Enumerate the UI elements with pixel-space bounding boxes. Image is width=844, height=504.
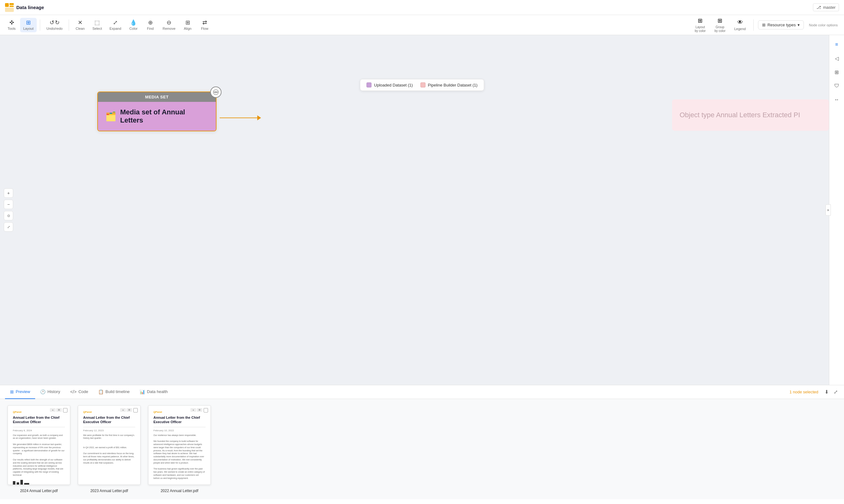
undo-redo-icon: ↺↻ bbox=[50, 20, 59, 25]
undo-redo-group: ↺↻ Undo/redo bbox=[43, 18, 66, 32]
sidebar-list-icon[interactable]: ≡ bbox=[831, 39, 842, 50]
doc-checkbox-1[interactable] bbox=[63, 408, 67, 413]
color-label: Color bbox=[129, 26, 137, 31]
svg-rect-0 bbox=[5, 3, 9, 7]
align-label: Align bbox=[184, 26, 191, 31]
find-button[interactable]: ⊕ Find bbox=[142, 18, 158, 32]
layout-by-color-button[interactable]: ⊞ Layoutby color bbox=[691, 15, 709, 35]
tab-history-label: History bbox=[47, 389, 60, 394]
svg-point-8 bbox=[217, 91, 218, 93]
tab-actions: 1 node selected ⬇ ⤢ bbox=[789, 388, 839, 396]
tab-data-health[interactable]: 📊 Data health bbox=[135, 385, 173, 399]
node-body-text: Media set of Annual Letters bbox=[120, 108, 208, 124]
expand-icon: ⤢ bbox=[113, 20, 118, 25]
doc-actions-2: ≡ ⊞ bbox=[120, 408, 132, 412]
doc-checkbox-2[interactable] bbox=[133, 408, 138, 413]
expand-tab-button[interactable]: ⤢ bbox=[832, 388, 839, 396]
expand-button[interactable]: ⤢ Expand bbox=[106, 18, 124, 32]
node-body-icon: 🗂️ bbox=[105, 111, 116, 122]
svg-rect-1 bbox=[10, 3, 14, 5]
node-header: MEDIA SET bbox=[98, 92, 216, 102]
node-connector-icon[interactable] bbox=[210, 87, 222, 98]
tab-history[interactable]: 🕐 History bbox=[35, 385, 65, 399]
preview-card-2[interactable]: ≡ ⊞ QPanei Annual Letter from the Chief … bbox=[78, 405, 141, 493]
doc-checkbox-3[interactable] bbox=[204, 408, 208, 413]
preview-name-1: 2024 Annual Letter.pdf bbox=[20, 489, 58, 493]
zoom-in-button[interactable]: + bbox=[4, 188, 13, 198]
sidebar-shield-icon[interactable]: 🛡 bbox=[831, 80, 842, 91]
flow-button[interactable]: ⇄ Flow bbox=[197, 18, 212, 32]
tab-code-icon: </> bbox=[70, 389, 76, 394]
doc-action-more[interactable]: ⊞ bbox=[56, 408, 62, 412]
resource-types-button[interactable]: ⊞ Resource types ▾ bbox=[758, 20, 804, 30]
legend-button[interactable]: 👁 Legend bbox=[731, 17, 749, 33]
branch-icon: ⎇ bbox=[816, 5, 821, 10]
legend-item-pipeline: Pipeline Builder Dataset (1) bbox=[420, 83, 478, 87]
sidebar-collapse-button[interactable]: » bbox=[826, 204, 831, 216]
doc-action-select-2[interactable]: ≡ bbox=[120, 408, 126, 412]
tools-label: Tools bbox=[7, 26, 16, 31]
layout-label: Layout bbox=[23, 26, 34, 31]
doc-action-select[interactable]: ≡ bbox=[50, 408, 55, 412]
select-label: Select bbox=[92, 26, 102, 31]
node-color-options-label: Node color options bbox=[806, 23, 840, 27]
clean-icon: ✕ bbox=[78, 20, 83, 25]
svg-rect-3 bbox=[5, 7, 14, 12]
clean-button[interactable]: ✕ Clean bbox=[72, 18, 88, 32]
fit-button[interactable]: ⤢ bbox=[4, 222, 13, 232]
tab-build-timeline[interactable]: 📋 Build timeline bbox=[93, 385, 135, 399]
zoom-out-button[interactable]: − bbox=[4, 200, 13, 209]
node-body: 🗂️ Media set of Annual Letters bbox=[98, 102, 216, 131]
sidebar-back-icon[interactable]: ◁ bbox=[831, 53, 842, 64]
select-button[interactable]: ⬚ Select bbox=[89, 18, 105, 32]
undo-redo-button[interactable]: ↺↻ Undo/redo bbox=[43, 18, 66, 32]
doc-date-1: February 8, 2024 bbox=[13, 429, 65, 432]
tab-code[interactable]: </> Code bbox=[65, 385, 93, 399]
doc-actions-3: ≡ ⊞ bbox=[190, 408, 202, 412]
group-by-color-label: Groupby color bbox=[714, 25, 725, 33]
tab-preview[interactable]: ⊞ Preview bbox=[5, 385, 35, 399]
bottom-panel: ⊞ Preview 🕐 History </> Code 📋 Build tim… bbox=[0, 385, 844, 504]
collapse-tab-button[interactable]: ⬇ bbox=[823, 388, 830, 396]
tab-preview-label: Preview bbox=[16, 389, 30, 394]
preview-card-1[interactable]: ≡ ⊞ QPanei Annual Letter from the Chief … bbox=[7, 405, 70, 493]
group-by-color-icon: ⊞ bbox=[718, 17, 722, 24]
layout-button[interactable]: ⊞ Layout bbox=[20, 18, 37, 32]
legend-icon: 👁 bbox=[737, 19, 743, 26]
right-node[interactable]: Object type Annual Letters Extracted PI bbox=[672, 100, 829, 131]
tools-button[interactable]: ✜ Tools bbox=[4, 18, 19, 32]
app-logo: Data lineage bbox=[5, 3, 44, 12]
doc-chart-1 bbox=[13, 479, 65, 485]
branch-selector[interactable]: ⎇ master bbox=[813, 3, 839, 11]
align-button[interactable]: ⊞ Align bbox=[180, 18, 195, 32]
canvas-area: Uploaded Dataset (1) Pipeline Builder Da… bbox=[0, 35, 844, 385]
align-icon: ⊞ bbox=[186, 20, 190, 25]
media-set-node[interactable]: MEDIA SET 🗂️ Media set of Annual Letters bbox=[97, 91, 217, 131]
remove-button[interactable]: ⊖ Remove bbox=[159, 18, 178, 32]
doc-divider-2 bbox=[83, 427, 135, 427]
preview-card-3[interactable]: ≡ ⊞ QPanei Annual Letter from the Chief … bbox=[148, 405, 211, 493]
color-button[interactable]: 💧 Color bbox=[125, 18, 141, 32]
canvas-arrow bbox=[220, 115, 261, 120]
bottom-tabs: ⊞ Preview 🕐 History </> Code 📋 Build tim… bbox=[0, 385, 844, 399]
node-card: MEDIA SET 🗂️ Media set of Annual Letters bbox=[97, 91, 217, 131]
divider-3 bbox=[753, 19, 754, 31]
doc-title-2: Annual Letter from the Chief Executive O… bbox=[83, 415, 135, 425]
doc-body-2: We were profitable for the first time in… bbox=[83, 434, 135, 465]
doc-action-more-3[interactable]: ⊞ bbox=[197, 408, 202, 412]
zoom-reset-button[interactable]: ⊙ bbox=[4, 211, 13, 220]
legend-bar: Uploaded Dataset (1) Pipeline Builder Da… bbox=[360, 79, 484, 91]
doc-action-select-3[interactable]: ≡ bbox=[190, 408, 196, 412]
group-by-color-button[interactable]: ⊞ Groupby color bbox=[711, 15, 728, 35]
flow-icon: ⇄ bbox=[202, 20, 207, 25]
svg-rect-2 bbox=[10, 6, 14, 7]
app-title: Data lineage bbox=[16, 5, 44, 10]
doc-date-2: February 12, 2023 bbox=[83, 429, 135, 432]
sidebar-calendar-icon[interactable]: ⊞ bbox=[831, 67, 842, 78]
legend-dot-uploaded bbox=[366, 83, 372, 87]
sidebar-resize-icon[interactable]: ↔ bbox=[831, 94, 842, 105]
arrow-head bbox=[257, 115, 261, 120]
doc-title-3: Annual Letter from the Chief Executive O… bbox=[153, 415, 206, 425]
doc-action-more-2[interactable]: ⊞ bbox=[126, 408, 132, 412]
preview-grid: ≡ ⊞ QPanei Annual Letter from the Chief … bbox=[0, 399, 844, 499]
